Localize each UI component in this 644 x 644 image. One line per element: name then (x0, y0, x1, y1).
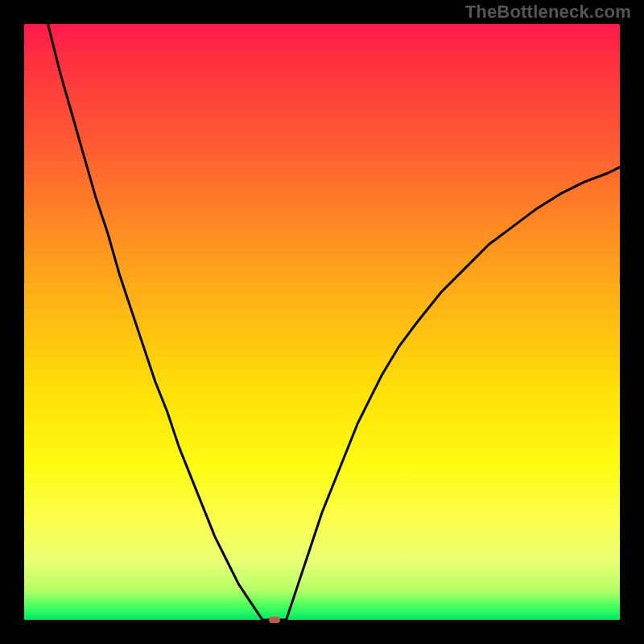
plot-area (24, 24, 620, 620)
minimum-marker (269, 617, 280, 623)
bottleneck-curve (24, 24, 620, 620)
curve-path (48, 24, 620, 620)
watermark-text: TheBottleneck.com (465, 2, 631, 23)
chart-frame: TheBottleneck.com (0, 0, 644, 644)
